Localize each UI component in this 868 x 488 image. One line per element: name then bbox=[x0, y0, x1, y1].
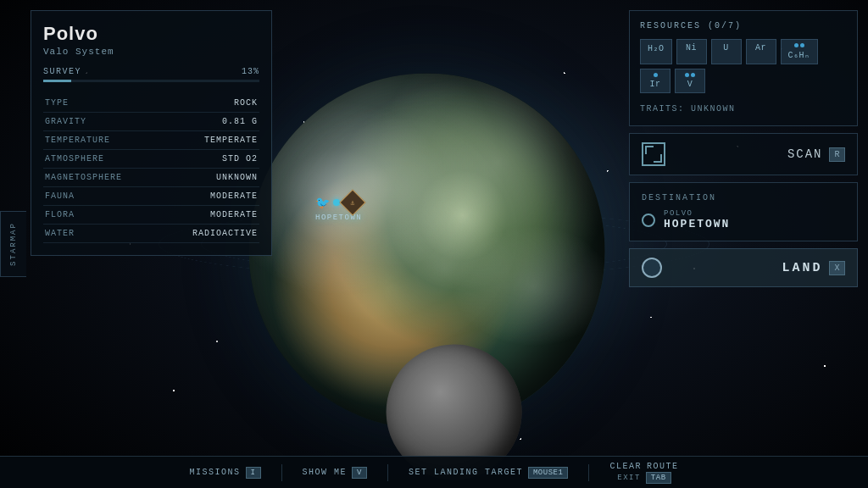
stat-key: WATER bbox=[43, 225, 160, 243]
scan-right: SCAN R bbox=[787, 147, 845, 162]
resource-name: C₆Hₙ bbox=[788, 50, 810, 60]
resource-chip[interactable]: C₆Hₙ bbox=[781, 39, 818, 64]
table-row: MAGNETOSPHERE UNKNOWN bbox=[43, 169, 259, 187]
land-panel[interactable]: LAND X bbox=[629, 248, 858, 287]
resource-chip[interactable]: Ir bbox=[640, 69, 670, 93]
resource-chip[interactable]: Ar bbox=[746, 39, 776, 64]
resource-chip[interactable]: Ni bbox=[676, 39, 707, 64]
planet-info-panel: Polvo Valo System SURVEY 13% TYPE ROCK G… bbox=[31, 10, 272, 256]
resource-name: V bbox=[682, 80, 698, 89]
resource-dot bbox=[685, 73, 689, 77]
traits-section: TRAITS: UNKNOWN bbox=[640, 100, 847, 115]
resource-chip[interactable]: H₂O bbox=[640, 39, 672, 64]
stat-key: FAUNA bbox=[43, 187, 160, 206]
set-landing-action[interactable]: SET LANDING TARGET MOUSE1 bbox=[409, 467, 568, 479]
stat-key: TYPE bbox=[43, 94, 160, 113]
stat-key: MAGNETOSPHERE bbox=[43, 169, 160, 187]
resource-dot bbox=[691, 73, 695, 77]
destination-planet: POLVO bbox=[664, 209, 730, 218]
land-right: LAND X bbox=[782, 261, 845, 275]
stat-key: GRAVITY bbox=[43, 113, 160, 131]
destination-info: POLVO HOPETOWN bbox=[664, 209, 730, 230]
route-label: ROUTE bbox=[647, 462, 679, 471]
survey-header: SURVEY 13% bbox=[43, 67, 259, 76]
table-row: TYPE ROCK bbox=[43, 94, 259, 113]
stat-value: MODERATE bbox=[160, 187, 259, 206]
stat-value: RADIOACTIVE bbox=[160, 225, 259, 243]
resources-panel: RESOURCES (0/7) H₂ONiUArC₆HₙIrV TRAITS: … bbox=[629, 10, 858, 126]
scan-label: SCAN bbox=[787, 147, 823, 161]
destination-row: POLVO HOPETOWN bbox=[642, 209, 845, 230]
scan-icon bbox=[642, 142, 665, 166]
right-panel: RESOURCES (0/7) H₂ONiUArC₆HₙIrV TRAITS: … bbox=[629, 10, 858, 287]
missions-action[interactable]: MISSIONS I bbox=[190, 467, 261, 479]
exit-label: EXIT bbox=[617, 474, 641, 482]
resource-dot bbox=[800, 43, 804, 47]
table-row: GRAVITY 0.81 G bbox=[43, 113, 259, 131]
stat-value: STD O2 bbox=[160, 150, 259, 169]
set-landing-label: SET LANDING TARGET bbox=[409, 468, 523, 477]
survey-bar-background bbox=[43, 80, 259, 82]
table-row: FAUNA MODERATE bbox=[43, 187, 259, 206]
resource-name: Ni bbox=[684, 43, 699, 53]
divider-1 bbox=[281, 464, 282, 481]
table-row: FLORA MODERATE bbox=[43, 206, 259, 225]
bottom-bar: MISSIONS I SHOW ME V SET LANDING TARGET … bbox=[0, 456, 868, 488]
resource-dot bbox=[794, 43, 798, 47]
resource-name: U bbox=[719, 43, 734, 53]
resource-dots bbox=[682, 73, 698, 78]
table-row: TEMPERATURE TEMPERATE bbox=[43, 131, 259, 150]
stat-key: TEMPERATURE bbox=[43, 131, 160, 150]
resource-name: Ar bbox=[754, 43, 769, 53]
land-radio bbox=[642, 258, 662, 278]
starmap-tab[interactable]: STARMAP bbox=[0, 211, 26, 277]
destination-section-label: DESTINATION bbox=[642, 193, 845, 202]
missions-key: I bbox=[246, 467, 261, 479]
planet-shine bbox=[285, 108, 498, 269]
resource-name: Ir bbox=[648, 80, 663, 89]
resource-name: H₂O bbox=[648, 43, 665, 53]
missions-label: MISSIONS bbox=[190, 468, 241, 477]
table-row: ATMOSPHERE STD O2 bbox=[43, 150, 259, 169]
destination-location: HOPETOWN bbox=[664, 218, 730, 230]
show-me-action[interactable]: SHOW ME V bbox=[303, 467, 367, 479]
destination-panel: DESTINATION POLVO HOPETOWN bbox=[629, 182, 858, 241]
hopetown-label: HOPETOWN bbox=[315, 214, 362, 222]
hopetown-marker[interactable]: 🐦 HOPETOWN bbox=[315, 193, 362, 222]
resource-chip[interactable]: U bbox=[711, 39, 742, 64]
destination-radio[interactable] bbox=[642, 214, 655, 227]
resource-dots bbox=[648, 73, 663, 78]
clear-route-top: CLEAR ROUTE bbox=[609, 462, 678, 471]
divider-3 bbox=[588, 464, 589, 481]
planet-name: Polvo bbox=[43, 23, 259, 45]
planet-container bbox=[249, 73, 605, 429]
stat-value: MODERATE bbox=[160, 206, 259, 225]
survey-bar-fill bbox=[43, 80, 71, 82]
planet-system: Valo System bbox=[43, 47, 259, 57]
marker-icons: 🐦 bbox=[315, 193, 362, 212]
planet-stats-table: TYPE ROCK GRAVITY 0.81 G TEMPERATURE TEM… bbox=[43, 94, 259, 243]
set-landing-key: MOUSE1 bbox=[528, 467, 568, 479]
traits-label: TRAITS: UNKNOWN bbox=[640, 104, 736, 114]
survey-percent: 13% bbox=[242, 67, 259, 76]
resources-title: RESOURCES (0/7) bbox=[640, 21, 847, 30]
land-label: LAND bbox=[782, 261, 822, 275]
stat-value: UNKNOWN bbox=[160, 169, 259, 187]
clear-route-section[interactable]: CLEAR ROUTE EXIT TAB bbox=[609, 462, 678, 484]
stat-key: ATMOSPHERE bbox=[43, 150, 160, 169]
resource-chip[interactable]: V bbox=[675, 69, 705, 93]
stat-key: FLORA bbox=[43, 206, 160, 225]
scan-panel[interactable]: SCAN R bbox=[629, 133, 858, 175]
show-me-key: V bbox=[352, 467, 367, 479]
stat-value: ROCK bbox=[160, 94, 259, 113]
table-row: WATER RADIOACTIVE bbox=[43, 225, 259, 243]
survey-label: SURVEY bbox=[43, 67, 81, 76]
stat-value: 0.81 G bbox=[160, 113, 259, 131]
resources-grid: H₂ONiUArC₆HₙIrV bbox=[640, 39, 847, 93]
divider-2 bbox=[387, 464, 388, 481]
resource-dots bbox=[788, 43, 810, 48]
scan-key-badge: R bbox=[829, 147, 845, 162]
clear-label: CLEAR bbox=[609, 462, 642, 471]
marker-diamond bbox=[340, 189, 366, 215]
stat-value: TEMPERATE bbox=[160, 131, 259, 150]
